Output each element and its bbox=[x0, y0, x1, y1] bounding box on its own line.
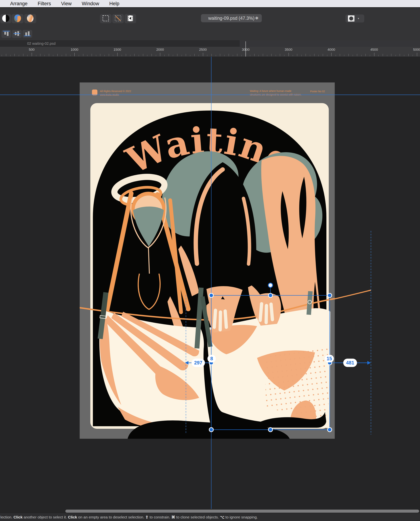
ruler-label: 4000 bbox=[328, 48, 335, 52]
view-mode-button[interactable]: ▾ bbox=[345, 15, 364, 23]
column-marquee-button[interactable] bbox=[125, 14, 136, 23]
color-balance-button[interactable] bbox=[12, 14, 23, 23]
artboard[interactable] bbox=[80, 82, 335, 439]
menu-item-filters[interactable]: Filters bbox=[38, 1, 51, 7]
ruler-label: 500 bbox=[29, 48, 35, 52]
ruler-label: 2000 bbox=[156, 48, 164, 52]
menu-item-view[interactable]: View bbox=[61, 1, 72, 7]
status-click-2: Click bbox=[68, 515, 77, 519]
tab-strip-empty-area[interactable] bbox=[240, 40, 420, 47]
color-balance-icon bbox=[14, 14, 22, 23]
file-tab-strip: 02 waiting-02.psd bbox=[0, 40, 420, 47]
photo-editor-window: Arrange Filters View Window Help bbox=[0, 0, 420, 521]
file-tab-waiting-02[interactable]: 02 waiting-02.psd bbox=[27, 41, 56, 46]
menu-bar: Arrange Filters View Window Help bbox=[0, 0, 420, 8]
menu-item-help[interactable]: Help bbox=[109, 1, 120, 7]
rectangular-marquee-icon bbox=[102, 15, 109, 23]
align-bottom-button[interactable] bbox=[22, 30, 32, 38]
menu-item-arrange[interactable]: Arrange bbox=[10, 1, 28, 7]
menu-item-window[interactable]: Window bbox=[82, 1, 99, 7]
ruler-label: 2500 bbox=[199, 48, 207, 52]
column-marquee-icon bbox=[127, 15, 134, 23]
ruler-label: 3500 bbox=[285, 48, 292, 52]
document-title: waiting-09.psd (47.3%) bbox=[208, 16, 255, 21]
status-text: lection. bbox=[0, 515, 13, 519]
main-toolbar: waiting-09.psd (47.3%) ✱ ▾ bbox=[0, 8, 420, 40]
chevron-down-icon: ▾ bbox=[358, 17, 359, 20]
ruler-label: 4500 bbox=[370, 48, 378, 52]
status-text: to clone selected objects. bbox=[175, 515, 220, 519]
align-middle-icon bbox=[13, 30, 21, 38]
ruler-label: 1000 bbox=[71, 48, 78, 52]
align-middle-button[interactable] bbox=[12, 30, 22, 38]
shift-key-icon: ⇧ bbox=[145, 515, 149, 519]
gradient-overlay-icon bbox=[26, 14, 34, 23]
align-top-button[interactable] bbox=[1, 30, 11, 38]
ruler-label: 5000 bbox=[413, 48, 420, 52]
ruler-cursor-indicator bbox=[246, 41, 246, 56]
split-tone-button[interactable] bbox=[0, 14, 11, 23]
canvas-pasteboard[interactable] bbox=[0, 57, 420, 513]
horizontal-ruler[interactable]: 500100015002000250030003500400045005000 bbox=[0, 47, 420, 57]
command-key-icon: ⌘ bbox=[172, 515, 175, 519]
split-tone-icon bbox=[2, 14, 10, 23]
line-marquee-icon bbox=[114, 15, 122, 23]
status-text: to constrain. bbox=[149, 515, 171, 519]
horizontal-scrollbar[interactable] bbox=[65, 510, 419, 513]
rectangular-marquee-button[interactable] bbox=[100, 14, 112, 23]
status-text: to ignore snapping. bbox=[224, 515, 258, 519]
ruler-label: 1500 bbox=[113, 48, 121, 52]
status-text: another object to select it. bbox=[23, 515, 68, 519]
status-text: on an empty area to deselect selection. bbox=[77, 515, 145, 519]
align-top-icon bbox=[2, 30, 10, 38]
vector-view-icon bbox=[348, 16, 354, 22]
align-bottom-icon bbox=[23, 30, 31, 38]
gradient-overlay-button[interactable] bbox=[24, 14, 36, 23]
option-key-icon: ⌥ bbox=[220, 515, 224, 519]
status-bar: lection. Click another object to select … bbox=[0, 513, 420, 521]
line-marquee-button[interactable] bbox=[112, 14, 124, 23]
status-click-1: Click bbox=[13, 515, 22, 519]
document-title-tab[interactable]: waiting-09.psd (47.3%) ✱ bbox=[201, 14, 262, 22]
modified-star-icon: ✱ bbox=[255, 16, 259, 21]
